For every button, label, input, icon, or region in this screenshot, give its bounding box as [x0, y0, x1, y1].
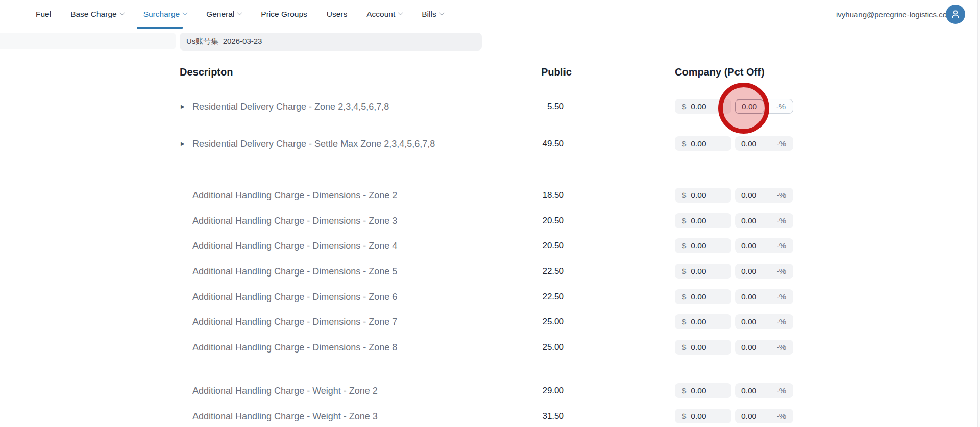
percent-input-group: -%	[735, 188, 793, 203]
table-row: Additional Handling Charge - Dimensions …	[180, 188, 795, 203]
company-amount-input[interactable]	[691, 102, 722, 111]
user-email: ivyhuang@peregrine-logistics.com	[836, 0, 953, 29]
table-row: ▶ Residential Delivery Charge - Zone 2,3…	[180, 99, 795, 114]
nav-item-label: Users	[327, 10, 347, 19]
percent-input-group: -%	[735, 264, 793, 279]
percent-input-group: -%	[735, 383, 793, 398]
public-price: 22.50	[542, 292, 564, 302]
chevron-down-icon	[237, 10, 242, 15]
section-divider	[180, 173, 795, 173]
company-percent-input[interactable]	[735, 99, 764, 114]
chevron-down-icon	[398, 10, 403, 15]
amount-input-group: $	[675, 383, 731, 398]
expand-caret-icon[interactable]: ▶	[181, 141, 185, 146]
company-percent-input[interactable]	[735, 216, 765, 225]
row-description: Additional Handling Charge - Dimensions …	[192, 216, 397, 227]
percent-suffix: -%	[777, 386, 786, 395]
percent-input-group: -%	[735, 238, 793, 253]
company-percent-input[interactable]	[735, 191, 765, 200]
row-description: Additional Handling Charge - Dimensions …	[192, 241, 397, 252]
section-divider	[180, 371, 795, 371]
amount-input-group: $	[675, 238, 731, 253]
scrollbar-track[interactable]	[977, 0, 980, 427]
table-row: Additional Handling Charge - Dimensions …	[180, 264, 795, 279]
percent-input-group: -%	[735, 213, 793, 228]
percent-suffix: -%	[777, 241, 786, 250]
currency-prefix: $	[682, 292, 686, 301]
tab-account-set[interactable]: Us账号集_2026-03-23	[180, 33, 482, 51]
company-percent-input[interactable]	[735, 267, 765, 276]
nav-item-surcharge[interactable]: Surcharge	[143, 10, 187, 19]
expand-caret-icon[interactable]: ▶	[181, 104, 185, 109]
nav-item-bills[interactable]: Bills	[422, 10, 443, 19]
chevron-down-icon	[119, 10, 125, 15]
company-percent-input[interactable]	[735, 343, 765, 352]
percent-input-group: -%	[735, 289, 793, 304]
nav-item-general[interactable]: General	[206, 10, 241, 19]
amount-input-group: $	[675, 136, 731, 151]
table-row: Additional Handling Charge - Dimensions …	[180, 238, 795, 254]
currency-prefix: $	[682, 241, 686, 250]
company-percent-input[interactable]	[735, 139, 765, 148]
table-row: Additional Handling Charge - Dimensions …	[180, 289, 795, 305]
tab-label: Us账号集_2026-03-23	[186, 37, 262, 46]
percent-input-group: -%	[735, 136, 793, 151]
nav-item-price-groups[interactable]: Price Groups	[261, 10, 307, 19]
company-amount-input[interactable]	[691, 139, 722, 148]
public-price: 5.50	[547, 102, 564, 112]
amount-input-group: $	[675, 314, 731, 329]
nav-item-account[interactable]: Account	[366, 10, 402, 19]
amount-input-group: $	[675, 340, 731, 355]
company-amount-input[interactable]	[691, 317, 722, 326]
company-percent-input[interactable]	[735, 292, 765, 302]
percent-suffix: -%	[777, 139, 786, 148]
row-description: Residential Delivery Charge - Zone 2,3,4…	[192, 102, 389, 112]
nav-item-label: Bills	[422, 10, 436, 19]
percent-input-group: -%	[735, 99, 793, 114]
company-amount-input[interactable]	[691, 241, 722, 250]
column-header-public: Public	[485, 66, 572, 78]
currency-prefix: $	[682, 412, 686, 420]
company-percent-input[interactable]	[735, 241, 765, 250]
company-percent-input[interactable]	[735, 412, 765, 421]
top-nav: Fuel Base Charge Surcharge General Price…	[0, 0, 980, 29]
company-percent-input[interactable]	[735, 317, 765, 326]
table-row: Additional Handling Charge - Weight - Zo…	[180, 409, 795, 424]
currency-prefix: $	[682, 267, 686, 275]
percent-suffix: -%	[777, 267, 786, 275]
company-amount-input[interactable]	[691, 216, 722, 225]
nav-item-fuel[interactable]: Fuel	[36, 10, 51, 19]
amount-input-group: $	[675, 289, 731, 304]
row-description: Additional Handling Charge - Dimensions …	[192, 266, 397, 277]
percent-input-group: -%	[735, 314, 793, 329]
company-amount-input[interactable]	[691, 412, 722, 421]
percent-suffix: -%	[777, 216, 786, 225]
chevron-down-icon	[439, 10, 444, 15]
nav-item-label: Fuel	[36, 10, 51, 19]
percent-suffix: -%	[777, 343, 786, 351]
avatar[interactable]	[946, 5, 965, 24]
public-price: 20.50	[542, 241, 564, 251]
currency-prefix: $	[682, 102, 686, 111]
chevron-down-icon	[183, 10, 188, 15]
percent-input-group: -%	[735, 409, 793, 423]
public-price: 29.00	[542, 386, 564, 396]
nav-item-base-charge[interactable]: Base Charge	[70, 10, 124, 19]
company-percent-input[interactable]	[735, 386, 765, 395]
company-amount-input[interactable]	[691, 267, 722, 276]
public-price: 18.50	[542, 190, 564, 200]
table-row: Additional Handling Charge - Dimensions …	[180, 213, 795, 229]
amount-input-group: $	[675, 99, 731, 114]
currency-prefix: $	[682, 216, 686, 225]
person-icon	[950, 9, 961, 20]
nav-item-users[interactable]: Users	[327, 10, 347, 19]
company-amount-input[interactable]	[691, 386, 722, 395]
company-amount-input[interactable]	[691, 343, 722, 352]
public-price: 25.00	[542, 342, 564, 353]
currency-prefix: $	[682, 139, 686, 148]
row-description: Additional Handling Charge - Weight - Zo…	[192, 411, 378, 422]
company-amount-input[interactable]	[691, 191, 722, 200]
company-amount-input[interactable]	[691, 292, 722, 302]
percent-suffix: -%	[776, 102, 786, 111]
row-description: Additional Handling Charge - Dimensions …	[192, 190, 397, 201]
